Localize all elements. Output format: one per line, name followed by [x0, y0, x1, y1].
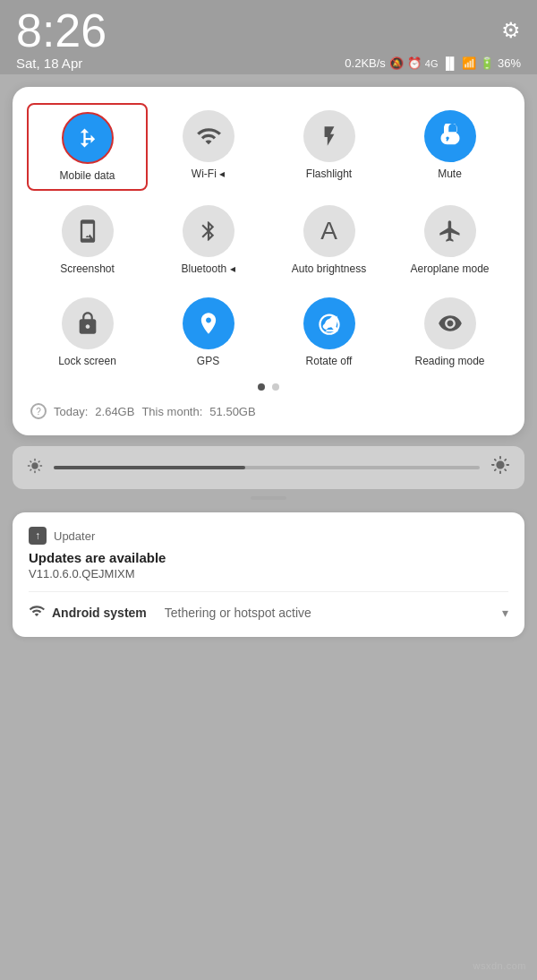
wifi-label: Wi-Fi ◂ [192, 168, 225, 180]
dot-2 [272, 383, 279, 391]
tile-gps[interactable]: GPS [148, 290, 268, 374]
battery-percentage: 36% [498, 56, 521, 70]
auto-brightness-icon: A [303, 205, 355, 257]
android-tethering-text: Tethering or hotspot active [165, 606, 311, 620]
brightness-high-icon [490, 455, 510, 480]
tile-mute[interactable]: Mute [389, 103, 510, 191]
android-wifi-icon [29, 603, 45, 623]
brightness-low-icon [27, 458, 43, 478]
notif-header-updater: ↑ Updater [29, 527, 508, 545]
tile-lock-screen[interactable]: Lock screen [27, 290, 148, 374]
lock-screen-icon [62, 297, 114, 349]
mute-tile-icon [424, 110, 476, 162]
date-display: Sat, 18 Apr [16, 56, 82, 71]
bluetooth-label: Bluetooth ◂ [181, 262, 234, 275]
mobile-data-label: Mobile data [59, 169, 115, 182]
month-value: 51.50GB [209, 405, 255, 418]
aeroplane-label: Aeroplane mode [410, 262, 489, 275]
tiles-grid: Mobile data Wi-Fi ◂ Flashlight [27, 103, 510, 374]
mute-label: Mute [438, 168, 462, 180]
brightness-track[interactable] [54, 466, 480, 469]
updater-app-name: Updater [54, 529, 95, 543]
updater-app-icon: ↑ [29, 527, 47, 545]
brightness-bar[interactable] [13, 446, 524, 489]
signal-icon: ▐▌ [442, 56, 458, 70]
data-usage-row: ? Today: 2.64GB This month: 51.50GB [27, 400, 510, 421]
tile-auto-brightness[interactable]: A Auto brightness [268, 198, 389, 282]
notif-divider [29, 591, 508, 592]
gps-label: GPS [197, 355, 219, 367]
settings-icon[interactable]: ⚙ [501, 18, 521, 43]
mobile-data-icon [62, 112, 114, 164]
notification-card-updater[interactable]: ↑ Updater Updates are available V11.0.6.… [13, 512, 524, 637]
sim-icon: 4G [425, 58, 439, 69]
status-bar: 8:26 ⚙ Sat, 18 Apr 0.2KB/s 🔕 ⏰ 4G ▐▌ 📶 🔋… [0, 0, 537, 74]
tile-mobile-data[interactable]: Mobile data [27, 103, 148, 191]
tile-flashlight[interactable]: Flashlight [268, 103, 389, 191]
data-usage-icon: ? [30, 403, 47, 419]
android-system-name: Android system [52, 606, 147, 620]
tile-reading-mode[interactable]: Reading mode [389, 290, 510, 374]
android-system-row: Android system Tethering or hotspot acti… [29, 603, 508, 623]
brightness-fill [54, 466, 245, 469]
tile-screenshot[interactable]: Screenshot [27, 198, 148, 282]
rotate-off-label: Rotate off [306, 355, 353, 367]
wifi-icon [183, 110, 234, 162]
aeroplane-icon [424, 205, 476, 257]
android-system-message [154, 606, 158, 620]
wifi-status-icon: 📶 [462, 56, 476, 70]
flashlight-label: Flashlight [306, 168, 352, 180]
drag-handle [251, 496, 286, 500]
reading-mode-label: Reading mode [414, 355, 484, 367]
bluetooth-icon [183, 205, 234, 257]
today-label: Today: [54, 405, 88, 418]
rotate-off-icon [303, 297, 355, 349]
tile-bluetooth[interactable]: Bluetooth ◂ [148, 198, 268, 282]
flashlight-icon [303, 110, 355, 162]
tile-rotate-off[interactable]: Rotate off [268, 290, 389, 374]
page-dots [27, 383, 510, 391]
screenshot-icon [62, 205, 114, 257]
updater-body: V11.0.6.0.QEJMIXM [29, 567, 508, 580]
month-label: This month: [141, 405, 202, 418]
quick-settings-panel: Mobile data Wi-Fi ◂ Flashlight [13, 87, 524, 435]
tile-wifi[interactable]: Wi-Fi ◂ [148, 103, 268, 191]
chevron-down-icon: ▾ [502, 606, 508, 620]
lock-screen-label: Lock screen [58, 355, 116, 367]
reading-mode-icon [424, 297, 476, 349]
time-display: 8:26 [16, 7, 107, 54]
watermark: wsxdn.com [473, 960, 526, 971]
dot-1 [258, 383, 265, 391]
updater-title: Updates are available [29, 550, 508, 565]
alarm-icon: ⏰ [407, 56, 422, 70]
auto-brightness-label: Auto brightness [292, 262, 366, 275]
mute-icon: 🔕 [389, 56, 404, 70]
tile-aeroplane[interactable]: Aeroplane mode [389, 198, 510, 282]
today-value: 2.64GB [95, 405, 134, 418]
battery-icon: 🔋 [480, 56, 494, 70]
speed-indicator: 0.2KB/s [345, 56, 386, 70]
status-icons: 0.2KB/s 🔕 ⏰ 4G ▐▌ 📶 🔋 36% [345, 56, 521, 70]
screenshot-label: Screenshot [60, 262, 115, 275]
gps-icon [183, 297, 234, 349]
